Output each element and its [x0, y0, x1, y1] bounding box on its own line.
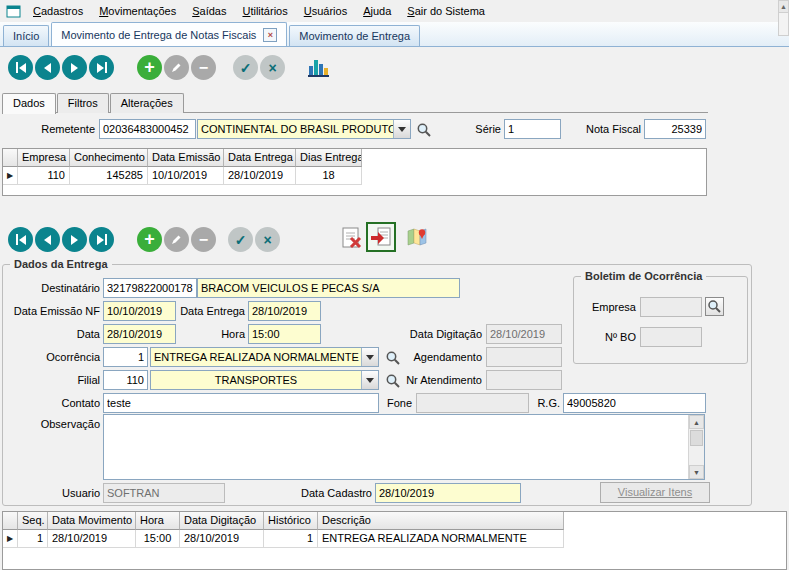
- table-row[interactable]: ▶ 110 145285 10/10/2019 28/10/2019 18: [3, 167, 706, 185]
- menu-sair-do-sistema[interactable]: Sair do Sistema: [399, 0, 493, 22]
- remetente-code-input[interactable]: [99, 119, 196, 139]
- boletim-empresa-search-button[interactable]: [705, 297, 724, 316]
- column-header-empresa[interactable]: Empresa: [18, 149, 70, 167]
- nav-prev-button[interactable]: [35, 55, 60, 80]
- destinatario-label: Destinatário: [8, 278, 100, 298]
- column-header-historico[interactable]: Histórico: [264, 512, 318, 530]
- data-cadastro-input[interactable]: [375, 483, 521, 503]
- cell-historico: 1: [264, 530, 318, 548]
- map-button[interactable]: [404, 225, 430, 249]
- window-scrollbar[interactable]: ▲: [778, 0, 789, 36]
- data-emissao-nf-label: Data Emissão NF: [8, 301, 100, 321]
- ocorrencia-label: Ocorrência: [8, 347, 100, 367]
- group-title: Boletim de Ocorrência: [581, 269, 706, 283]
- fone-label: Fone: [368, 393, 412, 413]
- grid-header-row: Seq. Data Movimento Hora Data Digitação …: [3, 512, 786, 530]
- column-header-conhecimento[interactable]: Conhecimento: [70, 149, 148, 167]
- hora-input[interactable]: [248, 324, 321, 344]
- cell-data-emissao: 10/10/2019: [148, 167, 224, 185]
- tab-movimento-entrega[interactable]: Movimento de Entrega: [289, 25, 420, 46]
- detail-nav-prev-button[interactable]: [35, 227, 60, 252]
- nav-next-button[interactable]: [62, 55, 87, 80]
- chevron-down-icon[interactable]: [393, 120, 410, 138]
- nav-last-button[interactable]: [89, 55, 114, 80]
- filial-label: Filial: [8, 370, 100, 390]
- usuario-input: [103, 483, 225, 503]
- agendamento-label: Agendamento: [388, 347, 482, 367]
- column-header-data-digitacao[interactable]: Data Digitação: [180, 512, 264, 530]
- confirm-button[interactable]: ✓: [233, 55, 258, 80]
- ocorrencia-combo[interactable]: ENTREGA REALIZADA NORMALMENTE: [150, 347, 379, 367]
- tab-filtros[interactable]: Filtros: [57, 93, 109, 113]
- nota-fiscal-input[interactable]: [644, 119, 706, 139]
- ocorrencia-code-input[interactable]: [103, 347, 148, 367]
- rg-input[interactable]: [563, 393, 706, 413]
- remetente-search-button[interactable]: [414, 120, 433, 139]
- data-emissao-nf-input[interactable]: [103, 301, 176, 321]
- boletim-nbo-label: Nº BO: [578, 327, 636, 347]
- observacao-textarea[interactable]: [104, 415, 688, 479]
- header-filler: [564, 512, 786, 530]
- cell-data-entrega: 28/10/2019: [224, 167, 296, 185]
- menu-usuarios[interactable]: Usuários: [296, 0, 355, 22]
- detail-confirm-button[interactable]: ✓: [228, 227, 253, 252]
- contato-input[interactable]: [103, 393, 379, 413]
- chevron-down-icon[interactable]: [361, 371, 378, 389]
- menu-ajuda[interactable]: Ajuda: [355, 0, 399, 22]
- filial-combo[interactable]: TRANSPORTES: [150, 370, 379, 390]
- close-icon[interactable]: ×: [263, 28, 277, 42]
- detail-cancel-button[interactable]: ×: [255, 227, 280, 252]
- chevron-down-icon[interactable]: [361, 348, 378, 366]
- menu-movimentacoes[interactable]: Movimentações: [91, 0, 184, 22]
- detail-nav-last-button[interactable]: [89, 227, 114, 252]
- cancel-button[interactable]: ×: [260, 55, 285, 80]
- column-header-data-emissao[interactable]: Data Emissão: [148, 149, 224, 167]
- column-header-hora[interactable]: Hora: [136, 512, 180, 530]
- serie-input[interactable]: [504, 119, 561, 139]
- column-header-data-movimento[interactable]: Data Movimento: [48, 512, 136, 530]
- destinatario-code-input[interactable]: [103, 278, 197, 298]
- conhecimento-grid[interactable]: Empresa Conhecimento Data Emissão Data E…: [2, 148, 707, 196]
- delete-button[interactable]: −: [191, 55, 216, 80]
- boletim-nbo-input: [640, 327, 702, 347]
- detail-delete-button[interactable]: −: [191, 227, 216, 252]
- destinatario-name-input[interactable]: [197, 278, 460, 298]
- column-header-dias-entrega[interactable]: Dias Entrega: [296, 149, 362, 167]
- tab-inicio[interactable]: Início: [3, 25, 49, 46]
- data-digitacao-label: Data Digitação: [388, 324, 482, 344]
- scroll-down-icon[interactable]: ▼: [689, 465, 704, 479]
- table-row[interactable]: ▶ 1 28/10/2019 15:00 28/10/2019 1 ENTREG…: [3, 530, 786, 548]
- menu-utilitarios[interactable]: Utilitários: [234, 0, 295, 22]
- nav-first-button[interactable]: [8, 55, 33, 80]
- data-input[interactable]: [103, 324, 176, 344]
- movimentos-grid[interactable]: Seq. Data Movimento Hora Data Digitação …: [2, 511, 787, 570]
- boletim-empresa-label: Empresa: [578, 297, 636, 317]
- column-header-seq[interactable]: Seq.: [18, 512, 48, 530]
- add-button[interactable]: +: [137, 55, 162, 80]
- column-header-descricao[interactable]: Descrição: [318, 512, 564, 530]
- remetente-combo[interactable]: CONTINENTAL DO BRASIL PRODUTOS A: [197, 119, 411, 139]
- scroll-up-icon[interactable]: ▲: [779, 1, 788, 13]
- chart-button[interactable]: [303, 53, 331, 81]
- observacao-scrollbar[interactable]: ▲ ▼: [688, 415, 704, 479]
- detail-nav-next-button[interactable]: [62, 227, 87, 252]
- tab-dados[interactable]: Dados: [2, 93, 56, 114]
- cancel-occurrence-button[interactable]: [337, 224, 365, 252]
- agendamento-input: [486, 347, 562, 367]
- edit-button[interactable]: [164, 55, 189, 80]
- grid-header-row: Empresa Conhecimento Data Emissão Data E…: [3, 149, 706, 167]
- menu-cadastros[interactable]: Cadastros: [25, 0, 91, 22]
- scroll-up-icon[interactable]: ▲: [689, 415, 704, 429]
- tab-alteracoes[interactable]: Alterações: [110, 93, 184, 113]
- menu-saidas[interactable]: Saídas: [184, 0, 234, 22]
- import-occurrence-button[interactable]: [366, 222, 396, 252]
- detail-nav-first-button[interactable]: [8, 227, 33, 252]
- scroll-thumb[interactable]: [690, 430, 703, 446]
- filial-code-input[interactable]: [103, 370, 148, 390]
- data-entrega-label: Data Entrega: [170, 301, 245, 321]
- column-header-data-entrega[interactable]: Data Entrega: [224, 149, 296, 167]
- detail-edit-button[interactable]: [164, 227, 189, 252]
- data-entrega-input[interactable]: [248, 301, 321, 321]
- detail-add-button[interactable]: +: [137, 227, 162, 252]
- tab-movimento-entrega-notas-fiscais[interactable]: Movimento de Entrega de Notas Fiscais ×: [51, 22, 287, 46]
